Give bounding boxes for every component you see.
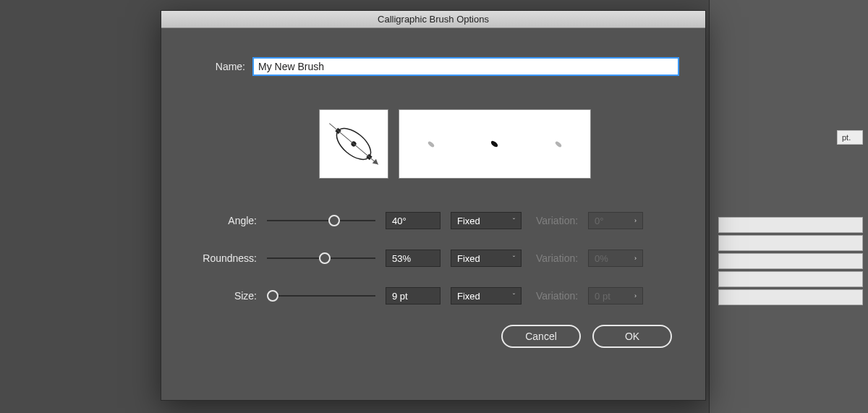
roundness-slider[interactable] — [267, 252, 375, 264]
angle-value-field[interactable]: 40° — [386, 212, 441, 229]
size-label: Size: — [190, 290, 257, 302]
cancel-button[interactable]: Cancel — [501, 325, 581, 348]
bg-slider-stack — [718, 217, 863, 307]
bg-slider-row — [718, 217, 863, 233]
slider-track — [267, 295, 375, 297]
svg-line-4 — [329, 124, 378, 165]
slider-thumb[interactable] — [267, 290, 278, 302]
select-value: Fixed — [457, 291, 480, 302]
ok-button[interactable]: OK — [592, 325, 672, 348]
chevron-down-icon: ˇ — [513, 255, 515, 262]
size-variation-field: 0 pt › — [588, 287, 643, 305]
size-slider[interactable] — [267, 290, 375, 302]
bg-slider-row — [718, 289, 863, 305]
brush-name-input[interactable] — [252, 57, 679, 76]
ellipse-icon — [325, 115, 383, 173]
sample-dot-max — [555, 140, 563, 148]
chevron-right-icon: › — [634, 292, 637, 299]
angle-variation-field: 0° › — [588, 212, 643, 229]
roundness-variation-field: 0% › — [588, 250, 643, 267]
chevron-down-icon: ˇ — [513, 292, 515, 299]
angle-variation-label: Variation: — [536, 215, 578, 226]
size-mode-select[interactable]: Fixed ˇ — [451, 287, 522, 305]
roundness-value-field[interactable]: 53% — [386, 250, 441, 267]
slider-thumb[interactable] — [328, 215, 340, 226]
brush-angle-editor[interactable] — [319, 109, 388, 179]
slider-thumb[interactable] — [319, 252, 331, 264]
size-value-field[interactable]: 9 pt — [386, 287, 441, 305]
variation-value: 0% — [595, 253, 608, 264]
angle-row: Angle: 40° Fixed ˇ Variation: 0° › — [190, 212, 679, 229]
variation-value: 0 pt — [595, 291, 610, 302]
select-value: Fixed — [457, 253, 480, 264]
preview-area — [319, 109, 679, 179]
bg-pt-field: pt. — [837, 130, 863, 145]
name-label: Name: — [206, 61, 245, 72]
angle-slider[interactable] — [267, 215, 375, 226]
chevron-right-icon: › — [634, 217, 637, 224]
chevron-right-icon: › — [634, 255, 637, 262]
select-value: Fixed — [457, 216, 480, 226]
roundness-row: Roundness: 53% Fixed ˇ Variation: 0% › — [190, 250, 679, 267]
angle-mode-select[interactable]: Fixed ˇ — [451, 212, 522, 229]
brush-options-dialog: Calligraphic Brush Options Name: — [161, 10, 706, 401]
size-variation-label: Variation: — [536, 290, 578, 302]
slider-track — [267, 220, 375, 221]
angle-label: Angle: — [190, 215, 257, 226]
roundness-label: Roundness: — [190, 252, 257, 264]
name-row: Name: — [206, 57, 679, 76]
brush-sample-preview — [399, 109, 591, 179]
bg-slider-row — [718, 271, 863, 287]
dialog-title: Calligraphic Brush Options — [378, 14, 489, 25]
sample-dot-mid — [490, 140, 499, 148]
roundness-variation-label: Variation: — [536, 252, 578, 264]
dialog-footer: Cancel OK — [187, 325, 679, 348]
dialog-titlebar[interactable]: Calligraphic Brush Options — [161, 11, 705, 28]
bg-panel: pt. — [709, 0, 868, 413]
chevron-down-icon: ˇ — [513, 217, 515, 224]
bg-slider-row — [718, 253, 863, 269]
size-row: Size: 9 pt Fixed ˇ Variation: 0 pt › — [190, 287, 679, 305]
bg-slider-row — [718, 235, 863, 251]
variation-value: 0° — [595, 216, 603, 226]
sample-dot-min — [427, 140, 435, 148]
roundness-mode-select[interactable]: Fixed ˇ — [451, 250, 522, 267]
dialog-body: Name: — [161, 28, 705, 362]
